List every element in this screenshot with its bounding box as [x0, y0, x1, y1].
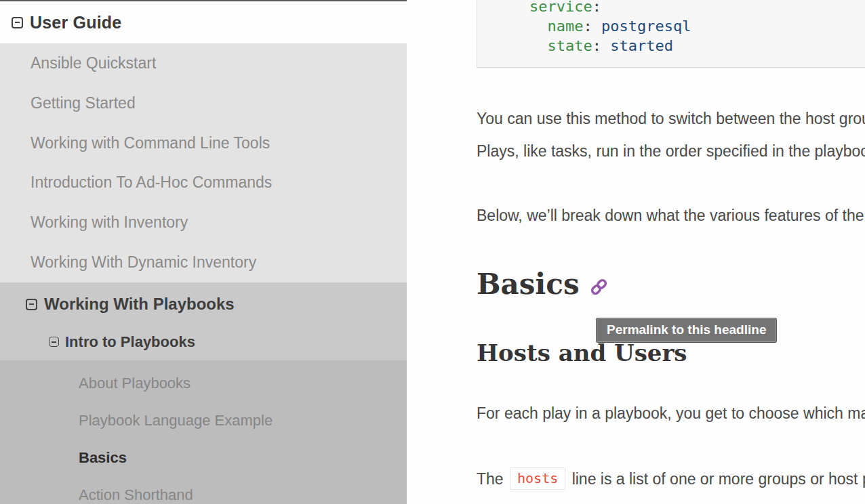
code-token-value: postgresql	[592, 18, 691, 35]
sidebar-item-label: Ansible Quickstart	[31, 54, 156, 72]
yaml-code-block: service: name: postgresql state: started	[477, 0, 865, 68]
sidebar-item-label: Basics	[79, 449, 127, 467]
collapse-minus-icon[interactable]	[12, 17, 23, 28]
sidebar-item-label: Getting Started	[31, 94, 136, 112]
sidebar-item[interactable]: Playbook Language Example	[0, 402, 407, 439]
heading-text: Basics	[477, 268, 580, 301]
code-token-key: state	[494, 37, 592, 54]
code-token-punct: :	[592, 37, 601, 54]
sidebar-item[interactable]: Action Shorthand	[0, 476, 407, 504]
subsection-heading-hosts-and-users: Hosts and Users	[477, 339, 687, 367]
paragraph-line: Below, we’ll break down what the various…	[477, 199, 865, 232]
sidebar-item-working-with-playbooks[interactable]: Working With Playbooks	[0, 285, 407, 324]
sidebar-item-label: Working With Dynamic Inventory	[31, 253, 256, 272]
collapse-minus-icon[interactable]	[26, 299, 37, 310]
paragraph-line: Plays, like tasks, run in the order spec…	[477, 135, 865, 167]
code-token-key: service	[494, 0, 592, 15]
sidebar-item-current[interactable]: Basics	[0, 439, 407, 476]
code-token-value: started	[601, 37, 673, 54]
sidebar-item[interactable]: Working with Inventory	[0, 203, 407, 243]
section-heading-basics: Basics	[477, 268, 609, 301]
paragraph-line: The hosts line is a list of one or more …	[477, 463, 865, 496]
sidebar-current-branch: Working With Playbooks Intro to Playbook…	[0, 282, 407, 360]
sidebar-item-label: Working with Inventory	[31, 213, 188, 232]
sidebar-item[interactable]: Getting Started	[0, 83, 407, 123]
sidebar-item[interactable]: Introduction To Ad-Hoc Commands	[0, 163, 407, 203]
sidebar-item-label: Working With Playbooks	[44, 295, 235, 314]
code-text: service: name: postgresql state: started	[477, 0, 865, 56]
permalink-tooltip: Permalink to this headline	[597, 318, 776, 342]
sidebar-item[interactable]: Ansible Quickstart	[0, 43, 407, 83]
sidebar-item-label: Working with Command Line Tools	[31, 134, 270, 152]
sidebar-item-label: Action Shorthand	[79, 486, 193, 504]
sidebar-item[interactable]: Working With Dynamic Inventory	[0, 243, 407, 282]
paragraph-text: line is a list of one or more groups or …	[567, 470, 865, 488]
sidebar-item-label: About Playbooks	[79, 375, 190, 392]
sidebar-item-intro-to-playbooks[interactable]: Intro to Playbooks	[0, 324, 407, 361]
sidebar-header-label: User Guide	[30, 13, 121, 33]
paragraph-line: For each play in a playbook, you get to …	[477, 397, 865, 429]
sidebar-item-label: Intro to Playbooks	[65, 333, 195, 351]
inline-code-hosts: hosts	[510, 467, 565, 490]
sidebar-toc-level3: About PlaybooksPlaybook Language Example…	[0, 360, 407, 504]
sidebar-item-label: Introduction To Ad-Hoc Commands	[31, 173, 272, 192]
code-token-punct: :	[583, 18, 592, 35]
paragraph-line: You can use this method to switch betwee…	[477, 102, 865, 135]
paragraph-text: The	[477, 470, 508, 488]
permalink-chain-link-icon[interactable]	[589, 277, 609, 297]
sidebar-toc-level1: Ansible QuickstartGetting StartedWorking…	[0, 43, 407, 282]
sidebar-item-label: Playbook Language Example	[79, 412, 273, 429]
sidebar-nav: User Guide Ansible QuickstartGetting Sta…	[0, 0, 407, 504]
sidebar-header-user-guide[interactable]: User Guide	[0, 1, 407, 43]
sidebar-item[interactable]: About Playbooks	[0, 364, 407, 402]
sidebar-item[interactable]: Working with Command Line Tools	[0, 123, 407, 163]
collapse-minus-icon[interactable]	[49, 337, 59, 347]
content-area: service: name: postgresql state: started…	[407, 0, 865, 504]
code-token-key: name	[494, 18, 583, 35]
code-token-punct: :	[592, 0, 601, 15]
